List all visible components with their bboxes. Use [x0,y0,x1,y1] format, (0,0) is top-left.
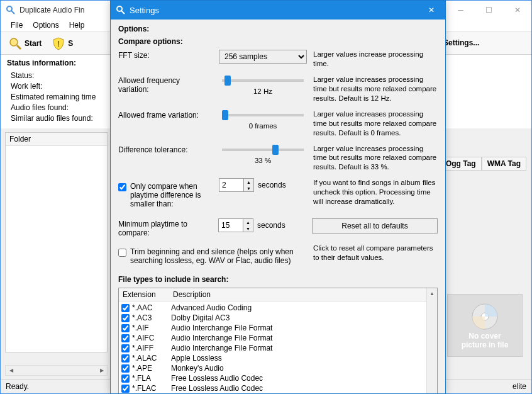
menu-options[interactable]: Options [28,20,64,31]
filetype-row[interactable]: *.AC3Dolby Digital AC3 [119,313,426,323]
vertical-scrollbar[interactable]: ▲ ▼ [426,288,437,393]
filetype-checkbox[interactable] [121,354,130,363]
trim-label: Trim beginning and end silence (helps on… [130,247,307,265]
scroll-left-icon[interactable]: ◀ [6,366,16,375]
only-compare-spinner[interactable]: ▲▼ [219,178,254,192]
svg-line-3 [17,45,21,49]
shield-icon: ! [52,37,65,50]
no-cover-panel: No cover picture in file [447,294,523,357]
dialog-titlebar: Settings ✕ [111,1,445,20]
filetype-ext: *.AIF [132,324,171,332]
filetype-checkbox[interactable] [121,374,130,383]
filetype-row[interactable]: *.FLACFree Lossless Audio Codec [119,383,426,393]
scroll-up-icon[interactable]: ▲ [427,288,437,299]
fft-label: FFT size: [118,50,213,60]
frame-slider[interactable] [222,110,304,121]
freq-label: Allowed frequency variation: [118,75,213,94]
app-icon [6,5,16,15]
scroll-track[interactable] [427,299,437,393]
filetype-desc: Free Lossless Audio Codec [171,384,424,393]
diff-desc: Larger value increases processing time b… [313,144,438,172]
dialog-body: Options: Compare options: FFT size: 256 … [111,20,445,393]
svg-line-1 [11,11,14,14]
min-play-input[interactable] [219,219,243,232]
filetype-row[interactable]: *.FLAFree Lossless Audio Codec [119,373,426,383]
filetype-row[interactable]: *.AIFAudio Interchange File Format [119,323,426,333]
filetype-ext: *.FLAC [132,384,171,393]
min-play-spinner[interactable]: ▲▼ [218,218,253,232]
folder-panel: Folder [5,132,108,352]
maximize-button[interactable]: ☐ [475,1,503,19]
only-compare-desc: If you want to find songs in album files… [313,178,438,206]
app-icon [116,5,126,15]
spin-up-icon[interactable]: ▲ [243,219,253,225]
filetype-row[interactable]: *.AACAdvanced Audio Coding [119,303,426,313]
filetype-checkbox[interactable] [121,304,130,312]
filetype-checkbox[interactable] [121,314,130,322]
spin-down-icon[interactable]: ▼ [244,185,253,191]
filetype-row[interactable]: *.ALACApple Lossless [119,353,426,363]
filetype-row[interactable]: *.AIFCAudio Interchange File Format [119,333,426,343]
scroll-track[interactable] [16,366,96,375]
status-right: elite [513,382,526,391]
status-text: Ready. [6,382,29,391]
col-extension[interactable]: Extension [119,288,169,301]
settings-dialog: Settings ✕ Options: Compare options: FFT… [110,0,446,394]
start-button[interactable]: Start [6,35,44,52]
only-compare-checkbox[interactable] [118,183,126,191]
folder-header[interactable]: Folder [6,133,107,146]
frame-desc: Larger value increases processing time b… [313,110,438,138]
freq-slider[interactable] [222,75,304,86]
tab-wma[interactable]: WMA Tag [482,157,526,171]
svg-line-8 [121,11,125,14]
filetype-ext: *.APE [132,364,171,373]
filetype-desc: Audio Interchange File Format [171,344,424,352]
filetype-desc: Monkey's Audio [171,364,424,373]
filetype-row[interactable]: *.APEMonkey's Audio [119,363,426,373]
diff-label: Difference tolerance: [118,144,213,154]
filetype-checkbox[interactable] [121,334,130,342]
min-play-label: Minimum playtime to compare: [118,218,212,237]
diff-slider[interactable] [222,144,304,155]
no-cover-text: No cover [468,332,501,341]
filetype-ext: *.AC3 [132,313,171,322]
svg-point-7 [117,6,122,11]
col-description[interactable]: Description [169,288,426,301]
disc-icon [470,301,500,332]
freq-desc: Larger value increases processing time b… [313,75,438,103]
horizontal-scrollbar[interactable]: ◀ ▶ [5,365,108,376]
filetype-desc: Audio Interchange File Format [171,334,424,342]
filetypes-heading: File types to include in search: [118,275,438,284]
menu-file[interactable]: File [6,20,28,31]
filetype-ext: *.AIFC [132,334,171,342]
tab-ogg[interactable]: Ogg Tag [440,157,482,171]
filetypes-list: Extension Description *.AACAdvanced Audi… [118,288,438,393]
filetype-row[interactable]: *.AIFFAudio Interchange File Format [119,343,426,353]
settings-button[interactable]: Settings... [443,38,479,47]
filetype-ext: *.AAC [132,303,171,312]
svg-point-2 [10,38,18,46]
only-compare-input[interactable] [219,179,243,191]
menu-help[interactable]: Help [64,20,90,31]
scroll-right-icon[interactable]: ▶ [96,366,107,375]
close-button[interactable]: ✕ [503,1,531,19]
filetype-checkbox[interactable] [121,324,130,332]
filetype-desc: Apple Lossless [171,354,424,363]
right-toolbar: Settings... [443,38,526,47]
frame-value: 0 frames [249,122,277,130]
spin-up-icon[interactable]: ▲ [244,179,253,185]
dialog-close-button[interactable]: ✕ [418,1,445,20]
diff-value: 33 % [255,157,271,164]
filetype-checkbox[interactable] [121,385,130,393]
trim-checkbox[interactable] [118,249,126,257]
spin-down-icon[interactable]: ▼ [243,225,253,232]
shield-button[interactable]: ! S [49,35,75,52]
filetype-checkbox[interactable] [121,364,130,373]
minimize-button[interactable]: ─ [446,1,475,19]
fft-select[interactable]: 256 samples [219,50,307,64]
no-cover-text: picture in file [462,341,509,349]
filetype-checkbox[interactable] [121,344,130,352]
only-compare-label: Only compare when playtime difference is… [130,182,213,208]
reset-button[interactable]: Reset all to defaults [312,218,438,234]
svg-text:!: ! [57,40,60,48]
